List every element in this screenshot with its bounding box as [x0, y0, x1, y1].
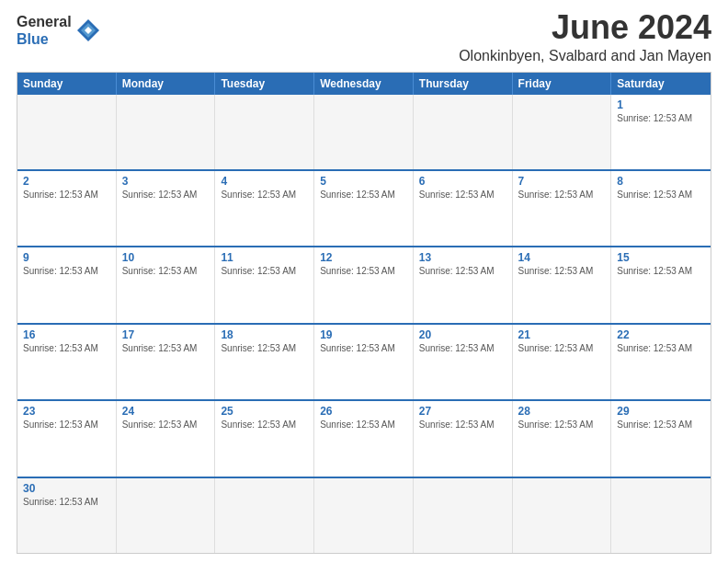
cell-sunrise: Sunrise: 12:53 AM [122, 343, 210, 353]
title-location: Olonkinbyen, Svalbard and Jan Mayen [459, 48, 711, 64]
cell-date: 27 [419, 405, 506, 418]
calendar-cell: 20Sunrise: 12:53 AM [414, 325, 513, 399]
calendar-week: 2Sunrise: 12:53 AM3Sunrise: 12:53 AM4Sun… [17, 169, 711, 246]
cell-sunrise: Sunrise: 12:53 AM [320, 266, 407, 276]
cell-date: 21 [518, 328, 606, 341]
calendar-cell: 12Sunrise: 12:53 AM [314, 247, 414, 322]
calendar-header-cell: Sunday [17, 73, 117, 95]
calendar-cell [117, 95, 216, 169]
cell-date: 28 [518, 405, 606, 418]
cell-date: 29 [617, 405, 705, 418]
cell-date: 24 [122, 405, 210, 418]
cell-sunrise: Sunrise: 12:53 AM [617, 113, 705, 123]
cell-sunrise: Sunrise: 12:53 AM [221, 266, 308, 276]
page: General Blue June 2024 Olonkinbyen, Sval… [0, 0, 728, 563]
cell-date: 18 [221, 328, 308, 341]
cell-date: 17 [122, 328, 210, 341]
calendar-cell: 6Sunrise: 12:53 AM [414, 171, 513, 246]
cell-date: 6 [419, 175, 506, 188]
calendar-cell: 21Sunrise: 12:53 AM [513, 325, 612, 399]
cell-sunrise: Sunrise: 12:53 AM [419, 419, 506, 430]
cell-date: 14 [518, 251, 606, 264]
cell-sunrise: Sunrise: 12:53 AM [221, 343, 308, 353]
calendar-cell: 14Sunrise: 12:53 AM [513, 247, 612, 322]
cell-sunrise: Sunrise: 12:53 AM [23, 190, 110, 200]
cell-sunrise: Sunrise: 12:53 AM [122, 266, 210, 276]
cell-sunrise: Sunrise: 12:53 AM [221, 190, 308, 200]
cell-sunrise: Sunrise: 12:53 AM [419, 190, 506, 200]
logo-general: General [17, 13, 72, 30]
calendar: SundayMondayTuesdayWednesdayThursdayFrid… [17, 72, 711, 554]
cell-sunrise: Sunrise: 12:53 AM [518, 266, 606, 276]
cell-sunrise: Sunrise: 12:53 AM [23, 343, 110, 353]
cell-date: 11 [221, 251, 308, 264]
calendar-cell: 27Sunrise: 12:53 AM [414, 401, 513, 476]
cell-date: 2 [23, 175, 110, 188]
calendar-cell: 11Sunrise: 12:53 AM [215, 247, 314, 322]
cell-date: 5 [320, 175, 407, 188]
calendar-cell [611, 478, 711, 553]
cell-sunrise: Sunrise: 12:53 AM [419, 343, 506, 353]
cell-date: 7 [518, 175, 606, 188]
cell-sunrise: Sunrise: 12:53 AM [419, 266, 506, 276]
logo-text: General Blue [17, 13, 72, 48]
calendar-header-cell: Thursday [414, 73, 513, 95]
calendar-cell: 24Sunrise: 12:53 AM [117, 401, 216, 476]
logo-icon [75, 17, 101, 43]
calendar-cell [414, 478, 513, 553]
calendar-week: 1Sunrise: 12:53 AM [17, 95, 711, 169]
calendar-header-cell: Tuesday [215, 73, 314, 95]
calendar-header: SundayMondayTuesdayWednesdayThursdayFrid… [17, 73, 711, 95]
cell-date: 4 [221, 175, 308, 188]
title-month: June 2024 [459, 9, 711, 46]
cell-sunrise: Sunrise: 12:53 AM [320, 190, 407, 200]
calendar-cell: 18Sunrise: 12:53 AM [215, 325, 314, 399]
logo-blue: Blue [17, 30, 72, 48]
calendar-cell: 16Sunrise: 12:53 AM [17, 325, 117, 399]
calendar-cell: 19Sunrise: 12:53 AM [314, 325, 414, 399]
calendar-body: 1Sunrise: 12:53 AM2Sunrise: 12:53 AM3Sun… [17, 95, 711, 553]
calendar-cell [117, 478, 216, 553]
calendar-cell [215, 95, 314, 169]
calendar-header-cell: Friday [513, 73, 612, 95]
cell-sunrise: Sunrise: 12:53 AM [518, 419, 606, 430]
cell-sunrise: Sunrise: 12:53 AM [23, 497, 110, 507]
cell-date: 25 [221, 405, 308, 418]
calendar-cell: 2Sunrise: 12:53 AM [17, 171, 117, 246]
calendar-cell: 5Sunrise: 12:53 AM [314, 171, 414, 246]
cell-sunrise: Sunrise: 12:53 AM [617, 343, 705, 353]
calendar-cell: 1Sunrise: 12:53 AM [611, 95, 711, 169]
calendar-week: 9Sunrise: 12:53 AM10Sunrise: 12:53 AM11S… [17, 246, 711, 322]
calendar-cell [513, 95, 612, 169]
calendar-cell: 28Sunrise: 12:53 AM [513, 401, 612, 476]
calendar-week: 16Sunrise: 12:53 AM17Sunrise: 12:53 AM18… [17, 323, 711, 399]
cell-date: 1 [617, 98, 705, 111]
cell-sunrise: Sunrise: 12:53 AM [518, 190, 606, 200]
cell-sunrise: Sunrise: 12:53 AM [617, 190, 705, 200]
header: General Blue June 2024 Olonkinbyen, Sval… [17, 9, 711, 64]
cell-date: 23 [23, 405, 110, 418]
cell-sunrise: Sunrise: 12:53 AM [518, 343, 606, 353]
calendar-cell: 7Sunrise: 12:53 AM [513, 171, 612, 246]
cell-sunrise: Sunrise: 12:53 AM [122, 419, 210, 430]
cell-date: 10 [122, 251, 210, 264]
cell-date: 13 [419, 251, 506, 264]
calendar-cell: 8Sunrise: 12:53 AM [611, 171, 711, 246]
cell-sunrise: Sunrise: 12:53 AM [23, 266, 110, 276]
calendar-header-cell: Saturday [611, 73, 711, 95]
cell-sunrise: Sunrise: 12:53 AM [221, 419, 308, 430]
calendar-cell: 9Sunrise: 12:53 AM [17, 247, 117, 322]
calendar-cell: 23Sunrise: 12:53 AM [17, 401, 117, 476]
cell-date: 3 [122, 175, 210, 188]
calendar-cell: 17Sunrise: 12:53 AM [117, 325, 216, 399]
cell-date: 16 [23, 328, 110, 341]
calendar-cell: 10Sunrise: 12:53 AM [117, 247, 216, 322]
calendar-header-cell: Wednesday [314, 73, 414, 95]
cell-date: 15 [617, 251, 705, 264]
cell-date: 12 [320, 251, 407, 264]
cell-sunrise: Sunrise: 12:53 AM [23, 419, 110, 430]
calendar-cell [215, 478, 314, 553]
calendar-header-cell: Monday [117, 73, 216, 95]
calendar-cell: 4Sunrise: 12:53 AM [215, 171, 314, 246]
cell-sunrise: Sunrise: 12:53 AM [617, 266, 705, 276]
